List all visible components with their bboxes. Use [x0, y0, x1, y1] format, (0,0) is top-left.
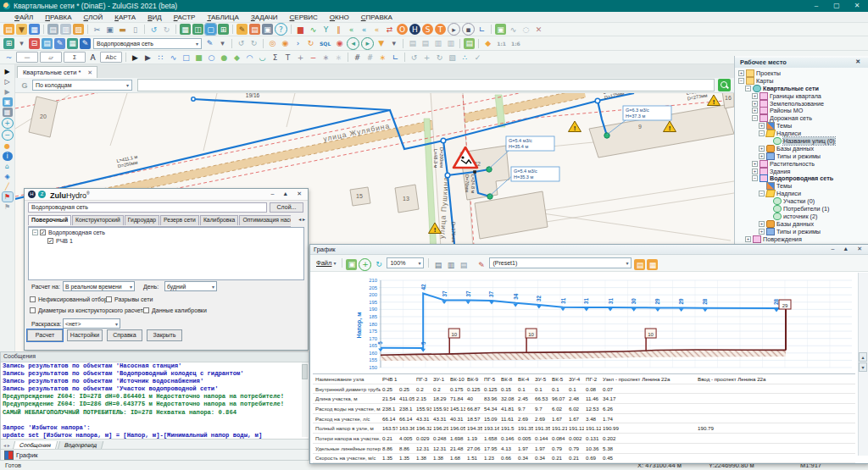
tree-item[interactable]: −Дорожная сеть: [735, 114, 868, 122]
map-add-caret-icon[interactable]: ▾: [16, 38, 27, 49]
hydro-tab[interactable]: Гидроудар: [125, 215, 159, 225]
menu-справка[interactable]: СПРАВКА: [355, 14, 398, 21]
polyline-gray-icon[interactable]: ∿: [508, 24, 519, 35]
draw-rect-filled-icon[interactable]: ■: [193, 52, 204, 63]
draw-arc-icon[interactable]: ◠: [244, 52, 255, 63]
draw-arc2-icon[interactable]: ◡: [257, 52, 268, 63]
grid-icon[interactable]: #: [352, 52, 363, 63]
close-button[interactable]: ✕: [849, 1, 865, 11]
flow-direction-icon-c[interactable]: «: [371, 24, 382, 35]
gallery-icon[interactable]: ▣: [262, 24, 273, 35]
page-setup-icon[interactable]: ▤: [458, 259, 469, 270]
search-input[interactable]: [137, 79, 715, 91]
grafik-docked-tab[interactable]: График: [1, 449, 309, 461]
zoom-level-select[interactable]: 100%▾: [387, 257, 424, 268]
extent-icon[interactable]: ▦: [3, 108, 13, 117]
refresh-icon[interactable]: ↻: [373, 259, 384, 270]
hydro-tab[interactable]: Калибровка: [200, 215, 238, 225]
preset-select[interactable]: (Preset1)▾: [489, 257, 632, 268]
checkbox-unfixed-flow[interactable]: Нефиксированный отбор: [30, 296, 108, 302]
pan-hand-icon[interactable]: ●: [3, 141, 13, 151]
tree-item[interactable]: −Надписи: [735, 190, 868, 197]
menu-сервис[interactable]: СЕРВИС: [284, 14, 324, 21]
print-icon[interactable]: ▤: [432, 259, 443, 270]
draw-polyline-icon[interactable]: ∿: [168, 52, 179, 63]
minimize-button[interactable]: –: [809, 1, 824, 11]
find-object-icon[interactable]: ◉: [280, 38, 291, 49]
snap-icon[interactable]: ∗: [377, 52, 388, 63]
text-sample-icon[interactable]: Abc: [100, 52, 122, 63]
grid-edit-icon[interactable]: #: [364, 52, 376, 63]
select-cursor-icon[interactable]: ▶: [130, 52, 141, 63]
flow-direction-icon-a[interactable]: «: [346, 24, 357, 35]
grafik-window-buttons[interactable]: – ▲ ✕: [831, 246, 865, 252]
pipe-segment[interactable]: [193, 99, 390, 110]
label-tag-icon[interactable]: ◆: [482, 38, 493, 49]
select-add-cursor-icon[interactable]: ▶: [142, 52, 153, 63]
tree-item[interactable]: +Темы: [735, 122, 868, 130]
search-button[interactable]: [718, 79, 731, 91]
menu-таблица[interactable]: ТАБЛИЦА: [201, 14, 244, 21]
flow-direction-icon-b[interactable]: «: [359, 24, 370, 35]
menu-карта[interactable]: КАРТА: [108, 14, 142, 21]
print-preview-icon[interactable]: ▥: [445, 259, 456, 270]
tile-windows-icon[interactable]: ◫: [192, 24, 203, 35]
zuluhydro-window-buttons[interactable]: – ▲ ✕: [270, 191, 305, 197]
info-icon[interactable]: i: [3, 152, 13, 161]
tree-item[interactable]: +Проекты: [735, 69, 868, 77]
rotate-ccw-icon[interactable]: ↺: [409, 52, 420, 63]
draw-text-icon[interactable]: T: [282, 52, 293, 63]
fit-image-icon[interactable]: ▣: [346, 259, 357, 270]
hydro-layer-button[interactable]: Слой...: [270, 202, 303, 213]
report-icon[interactable]: ▤: [464, 38, 475, 49]
hydro-button-4[interactable]: Закрыть: [147, 329, 182, 341]
map-copy-icon[interactable]: ▦: [67, 38, 78, 49]
tree-item[interactable]: −Карты: [735, 77, 868, 85]
tree-item[interactable]: −Потребители (1): [735, 205, 868, 213]
checkbox-network[interactable]: ✓: [40, 229, 46, 235]
hydro-tab[interactable]: Оптимизация насосов: [239, 215, 291, 225]
points-icon[interactable]: ∴: [459, 52, 470, 63]
draw-ellipse-filled-icon[interactable]: ●: [219, 52, 230, 63]
layer-tool-icon-3[interactable]: ▥: [432, 38, 443, 49]
menu-слой[interactable]: СЛОЙ: [77, 14, 108, 21]
new-map-icon[interactable]: ▤: [3, 24, 14, 35]
menu-растр[interactable]: РАСТР: [168, 14, 202, 21]
tab-kvartalnye-seti[interactable]: Квартальные сети *✕: [17, 66, 97, 78]
paste-icon[interactable]: ▬: [117, 24, 128, 35]
draw-dash-icon[interactable]: −: [308, 52, 319, 63]
zoom-out-icon[interactable]: −: [2, 130, 14, 141]
flag-gray-icon[interactable]: ⚑: [3, 202, 13, 212]
edit-nodes-icon[interactable]: ∷: [155, 52, 166, 63]
zoom-extent-icon[interactable]: +: [359, 258, 371, 271]
tree-item[interactable]: +Повреждения: [735, 235, 868, 243]
scale-1-1-icon[interactable]: 1:1: [495, 38, 508, 49]
help-icon[interactable]: ?: [275, 23, 287, 36]
copy-icon[interactable]: ▣: [104, 24, 115, 35]
bookmark-icon[interactable]: ▼: [376, 38, 387, 49]
tree-item[interactable]: +Землепользование: [735, 100, 868, 108]
layer-tool-icon-2[interactable]: ▤: [420, 38, 431, 49]
add-window-icon[interactable]: ⊞: [218, 24, 229, 35]
stats-bars-icon[interactable]: ▆: [295, 24, 306, 35]
calc-for-select[interactable]: В реальном времени▾: [63, 281, 135, 291]
tree-item[interactable]: +Базы данных: [735, 220, 868, 228]
menu-файл[interactable]: ФАЙЛ: [8, 14, 39, 21]
hydro-tree-rchv[interactable]: ✓ РЧВ 1: [29, 236, 303, 245]
legend-setup-icon[interactable]: ▤: [634, 259, 645, 270]
sql-icon[interactable]: SQL: [318, 38, 332, 49]
coloring-select[interactable]: <нет>▾: [63, 318, 120, 329]
hydro-button-2[interactable]: Настройки: [67, 329, 103, 341]
tree-item[interactable]: −Участки (0): [735, 197, 868, 205]
hydro-tab[interactable]: Резерв сети: [160, 215, 199, 225]
network-icon[interactable]: Y: [320, 24, 331, 35]
find-icon[interactable]: ◎: [267, 38, 278, 49]
style-pencil-icon[interactable]: ✎: [204, 38, 215, 49]
workspace-close-icon[interactable]: ✕: [855, 58, 860, 65]
checkbox-calibration-data[interactable]: Данные калибровки: [143, 307, 207, 313]
tree-item[interactable]: +Растительность: [735, 160, 868, 168]
scale-fit-icon[interactable]: 1:6: [509, 38, 522, 49]
clear-gray-icon[interactable]: ✕: [533, 24, 544, 35]
open-map-icon[interactable]: ▼: [16, 24, 27, 35]
checkbox-net-breaks[interactable]: Разрывы сети: [106, 296, 153, 302]
